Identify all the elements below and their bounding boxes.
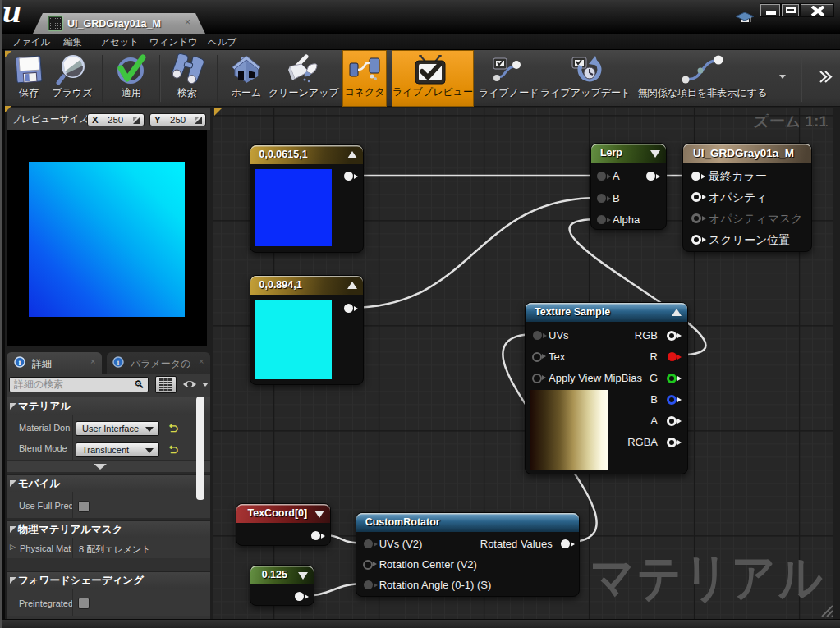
svg-text:i: i: [19, 358, 21, 367]
svg-text:i: i: [117, 358, 120, 367]
